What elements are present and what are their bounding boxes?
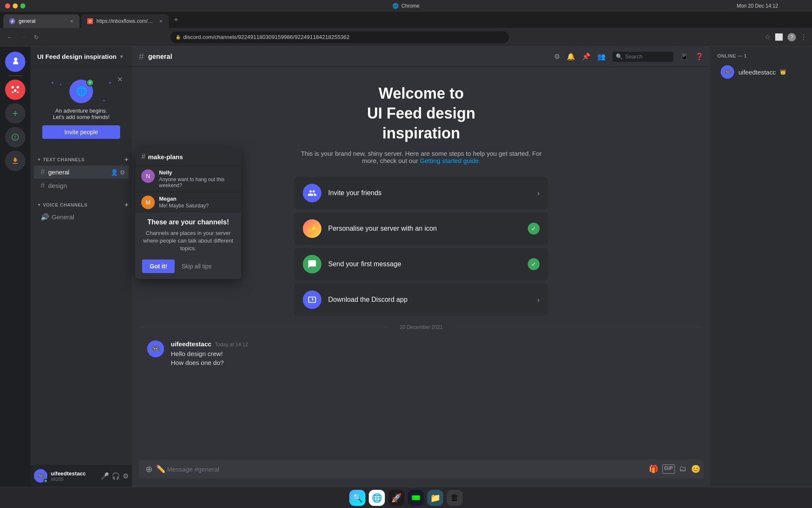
gift-icon[interactable]: 🎁 <box>649 464 658 474</box>
svg-point-1 <box>16 86 19 88</box>
voice-channel-name: General <box>52 213 74 221</box>
svg-point-4 <box>17 91 19 93</box>
lock-icon: 🔒 <box>176 35 181 39</box>
channel-name-general: general <box>48 168 69 176</box>
message-avatar: 🎮 <box>147 340 164 357</box>
download-button[interactable] <box>5 151 25 171</box>
tooltip-message-2: M Megan Me! Maybe Saturday? <box>135 192 241 213</box>
reload-button[interactable]: ↻ <box>32 32 41 42</box>
deafen-icon[interactable]: 🎧 <box>112 472 120 480</box>
channel-item-general[interactable]: # general 👤 ⚙ <box>34 166 129 179</box>
date-divider: 20 December 2021 <box>140 324 702 330</box>
gif-icon[interactable]: GIF <box>662 464 675 474</box>
invite-avatar-badge: + <box>86 79 94 86</box>
invite-card-arrow: › <box>537 189 540 198</box>
tooltip-message-1: N Nelly Anyone want to hang out this wee… <box>135 166 241 192</box>
members-icon[interactable]: 👥 <box>597 52 606 61</box>
user-status-dot <box>44 479 48 483</box>
personalise-card-check: ✓ <box>528 223 540 235</box>
text-channels-category[interactable]: ▼ TEXT CHANNELS + <box>30 154 132 165</box>
tab-close-inboxflows[interactable]: ✕ <box>159 19 163 24</box>
discover-button[interactable] <box>5 127 25 147</box>
inbox-icon[interactable]: 📱 <box>680 52 689 61</box>
notification-icon[interactable]: 🔔 <box>567 52 575 61</box>
back-button[interactable]: ← <box>5 32 14 42</box>
traffic-lights[interactable] <box>5 3 25 8</box>
action-card-first-message[interactable]: Send your first message ✓ <box>294 248 548 280</box>
member-item-uifeedtestacc[interactable]: 🎮 uifeedtestacc 👑 <box>717 64 805 80</box>
help-channel-icon[interactable]: ❓ <box>695 52 704 61</box>
bookmark-icon[interactable]: ☆ <box>765 33 771 41</box>
attach-icon[interactable]: ⊕ <box>145 464 153 474</box>
add-channel-icon[interactable]: + <box>124 156 129 163</box>
voice-channels-section: ▼ VOICE CHANNELS + 🔊 General <box>30 196 132 227</box>
message-header: uifeedtestacc Today at 14:12 <box>171 340 248 348</box>
invite-avatar: 🌐 + <box>69 80 93 103</box>
voice-channel-general[interactable]: 🔊 General <box>34 211 129 223</box>
tab-inboxflows[interactable]: @ https://inboxflows.com/emails/ ✕ <box>81 14 169 28</box>
invite-avatar-area: ✦ ✦ 🌐 + ✦ ✦ <box>42 79 120 104</box>
message-input-field[interactable]: ✏️ Message #general <box>156 464 645 474</box>
add-server-button[interactable]: + <box>5 103 25 124</box>
message-input-box[interactable]: ⊕ ✏️ Message #general 🎁 GIF 🗂 😊 <box>139 460 704 478</box>
user-settings-icon[interactable]: ⚙ <box>123 472 129 480</box>
dock-finder-icon[interactable]: 🔍 <box>349 490 365 506</box>
message-content: uifeedtestacc Today at 14:12 Hello desig… <box>171 340 248 367</box>
emoji-icon[interactable]: 😊 <box>691 464 700 474</box>
server-icon-uifeed[interactable] <box>5 80 25 100</box>
dock-trash-icon[interactable]: 🗑 <box>447 490 463 506</box>
channel-item-design[interactable]: # design <box>34 179 129 192</box>
sticker-icon[interactable]: 🗂 <box>679 464 687 474</box>
getting-started-link[interactable]: Getting started guide. <box>420 157 480 164</box>
emoji-pencil-icon: ✏️ <box>156 464 165 474</box>
settings-icon[interactable]: ⚙ <box>120 169 125 176</box>
action-card-personalise[interactable]: ✨ Personalise your server with an icon ✓ <box>294 213 548 245</box>
channel-sidebar: UI Feed design inspiration ▼ ✕ ✦ ✦ 🌐 + ✦… <box>30 47 132 487</box>
tooltip-body: These are your channels! Channels are pl… <box>135 213 241 279</box>
text-channels-section: ▼ TEXT CHANNELS + # general 👤 ⚙ # design <box>30 151 132 196</box>
close-button[interactable] <box>5 3 10 8</box>
mute-icon[interactable]: 🎤 <box>101 472 109 480</box>
voice-channels-category[interactable]: ▼ VOICE CHANNELS + <box>30 199 132 210</box>
minimize-button[interactable] <box>13 3 18 8</box>
speaker-icon: 🔊 <box>41 213 49 221</box>
forward-button[interactable]: → <box>19 32 28 42</box>
skip-all-tips-button[interactable]: Skip all tips <box>181 263 211 270</box>
sparkle-icon-4: ✦ <box>103 99 105 102</box>
help-icon[interactable]: ? <box>787 33 796 41</box>
search-placeholder: Search <box>625 53 642 60</box>
search-box[interactable]: 🔍 Search <box>612 52 673 62</box>
menu-icon[interactable]: ⋮ <box>800 33 807 41</box>
voice-channels-label: VOICE CHANNELS <box>43 202 87 207</box>
member-avatar-uifeed: 🎮 <box>721 65 734 79</box>
message-line-2: How does one do? <box>171 358 248 367</box>
channel-settings-icon[interactable]: ⚙ <box>554 52 560 61</box>
sparkle-icon-3: ✦ <box>108 80 112 85</box>
invite-people-button[interactable]: Invite people <box>42 125 120 139</box>
action-card-download[interactable]: Download the Discord app › <box>294 284 548 316</box>
new-tab-button[interactable]: + <box>170 16 182 25</box>
invite-friends-popup: ✕ ✦ ✦ 🌐 + ✦ ✦ An adventure begins. Let's… <box>36 72 127 146</box>
channel-header-name: general <box>148 53 172 61</box>
maximize-button[interactable] <box>20 3 25 8</box>
dock-launchpad-icon[interactable]: 🚀 <box>388 490 404 506</box>
server-header[interactable]: UI Feed design inspiration ▼ <box>30 47 132 67</box>
address-field[interactable]: 🔒 discord.com/channels/92249118030915998… <box>170 31 509 43</box>
add-voice-channel-icon[interactable]: + <box>124 201 129 209</box>
tab-close-discord[interactable]: ✕ <box>70 19 74 24</box>
got-it-button[interactable]: Got it! <box>142 260 175 273</box>
discord-home-button[interactable] <box>5 52 25 72</box>
svg-point-0 <box>11 86 14 88</box>
dock-files-icon[interactable]: 📁 <box>427 490 443 506</box>
welcome-subtitle: This is your brand new, shiny server. He… <box>294 150 548 164</box>
input-placeholder: Message #general <box>167 466 219 473</box>
pin-icon[interactable]: 📌 <box>582 52 590 61</box>
channel-icons-general: 👤 ⚙ <box>111 169 125 176</box>
add-member-icon[interactable]: 👤 <box>111 169 118 176</box>
dock-chrome-icon[interactable]: 🌐 <box>369 490 385 506</box>
first-message-card-icon <box>303 255 321 273</box>
tab-discord[interactable]: ⚡ general ✕ <box>3 14 80 28</box>
dock-terminal-icon[interactable]: ⌨ <box>408 490 424 506</box>
action-card-invite[interactable]: Invite your friends › <box>294 177 548 209</box>
cast-icon[interactable]: ⬜ <box>775 33 783 41</box>
